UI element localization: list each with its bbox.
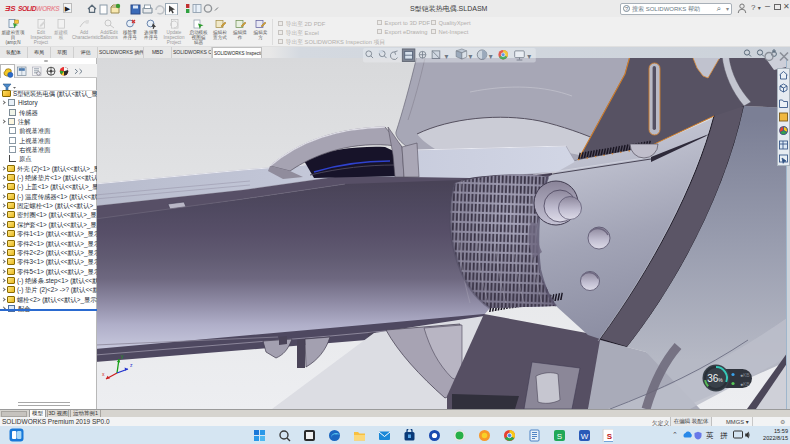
svg-text:▾: ▾ <box>527 52 531 61</box>
svg-text:▾: ▾ <box>489 52 493 61</box>
svg-text:W: W <box>581 432 589 441</box>
svg-text:▾: ▾ <box>445 52 449 61</box>
svg-text:y: y <box>121 353 124 359</box>
svg-text:S: S <box>607 432 613 441</box>
svg-text:x: x <box>102 371 105 377</box>
svg-text:●KB: ●KB <box>740 372 750 378</box>
svg-text:▾: ▾ <box>469 52 473 61</box>
svg-text:z: z <box>130 362 133 368</box>
svg-text:●KB: ●KB <box>740 381 750 387</box>
svg-text:S: S <box>557 432 562 441</box>
